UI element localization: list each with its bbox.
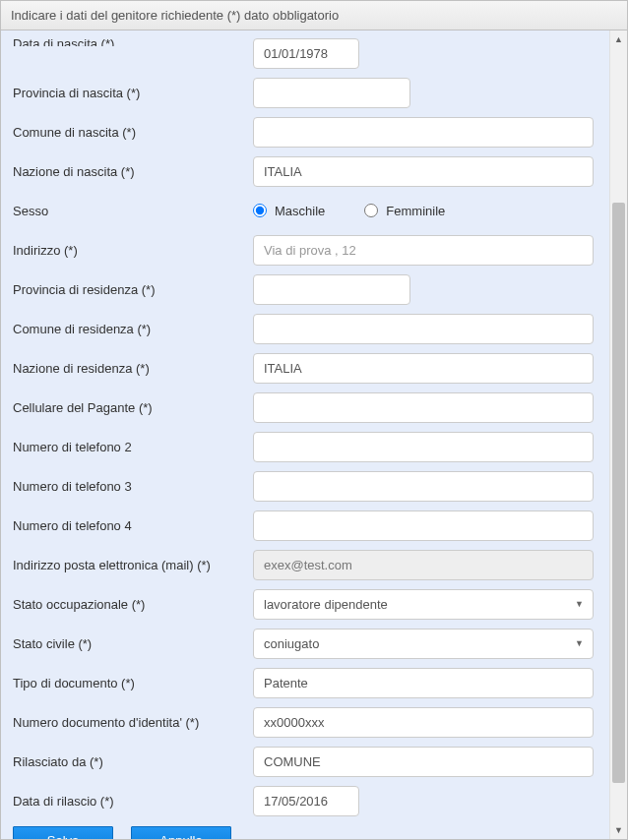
label-nazione-residenza: Nazione di residenza (*)	[9, 355, 253, 382]
row-nazione-nascita: Nazione di nascita (*)	[9, 151, 594, 191]
form-scroll-area: Data di nascita (*) Provincia di nascita…	[1, 30, 609, 839]
radio-maschile-label: Maschile	[275, 204, 325, 218]
scroll-down-icon[interactable]: ▼	[610, 821, 627, 839]
label-data-nascita: Data di nascita (*)	[9, 30, 253, 46]
input-num-doc[interactable]	[253, 707, 594, 738]
save-button[interactable]: Salva	[13, 826, 113, 839]
label-email: Indirizzo posta elettronica (mail) (*)	[9, 552, 253, 578]
scrollbar[interactable]: ▲ ▼	[609, 30, 627, 839]
label-comune-nascita: Comune di nascita (*)	[9, 119, 253, 146]
label-telefono3: Numero di telefono 3	[9, 473, 253, 500]
scroll-track[interactable]	[610, 48, 627, 821]
input-comune-residenza[interactable]	[253, 314, 594, 344]
label-sesso: Sesso	[9, 198, 253, 224]
scroll-up-icon[interactable]: ▲	[610, 30, 627, 48]
radio-femminile[interactable]: Femminile	[364, 204, 445, 218]
label-cellulare: Cellulare del Pagante (*)	[9, 394, 253, 421]
row-num-doc: Numero documento d'identita' (*)	[9, 702, 594, 742]
label-rilasciato: Rilasciato da (*)	[9, 749, 253, 775]
input-comune-nascita[interactable]	[253, 117, 594, 148]
row-provincia-nascita: Provincia di nascita (*)	[9, 73, 594, 112]
input-email	[253, 550, 594, 580]
label-stato-occ: Stato occupazionale (*)	[9, 591, 253, 618]
input-indirizzo[interactable]	[253, 235, 594, 266]
label-telefono2: Numero di telefono 2	[9, 434, 253, 460]
label-stato-civile: Stato civile (*)	[9, 630, 253, 657]
input-tipo-doc[interactable]	[253, 668, 594, 698]
row-sesso: Sesso Maschile Femminile	[9, 191, 594, 230]
select-stato-occ-wrap: lavoratore dipendente	[253, 589, 594, 620]
label-indirizzo: Indirizzo (*)	[9, 237, 253, 264]
label-comune-residenza: Comune di residenza (*)	[9, 316, 253, 342]
row-stato-occ: Stato occupazionale (*) lavoratore dipen…	[9, 584, 594, 624]
input-telefono3[interactable]	[253, 471, 594, 502]
label-telefono4: Numero di telefono 4	[9, 512, 253, 539]
row-stato-civile: Stato civile (*) coniugato	[9, 624, 594, 663]
input-provincia-residenza[interactable]	[253, 274, 410, 305]
row-telefono4: Numero di telefono 4	[9, 506, 594, 545]
select-stato-civile[interactable]: coniugato	[253, 629, 594, 659]
dialog-title: Indicare i dati del genitore richiedente…	[1, 1, 627, 30]
row-rilasciato: Rilasciato da (*)	[9, 742, 594, 781]
input-telefono4[interactable]	[253, 510, 594, 541]
row-indirizzo: Indirizzo (*)	[9, 230, 594, 270]
row-telefono3: Numero di telefono 3	[9, 466, 594, 506]
select-stato-civile-wrap: coniugato	[253, 629, 594, 659]
label-nazione-nascita: Nazione di nascita (*)	[9, 158, 253, 185]
dialog-body: Data di nascita (*) Provincia di nascita…	[1, 30, 627, 839]
input-telefono2[interactable]	[253, 432, 594, 462]
label-provincia-residenza: Provincia di residenza (*)	[9, 276, 253, 303]
radio-maschile[interactable]: Maschile	[253, 204, 325, 218]
row-telefono2: Numero di telefono 2	[9, 427, 594, 466]
radio-femminile-label: Femminile	[386, 204, 445, 218]
radio-maschile-input[interactable]	[253, 204, 267, 217]
cancel-button[interactable]: Annulla	[131, 826, 231, 839]
input-data-rilascio[interactable]	[253, 786, 359, 816]
input-nazione-residenza[interactable]	[253, 353, 594, 384]
label-provincia-nascita: Provincia di nascita (*)	[9, 80, 253, 106]
row-tipo-doc: Tipo di documento (*)	[9, 663, 594, 702]
select-stato-occ[interactable]: lavoratore dipendente	[253, 589, 594, 620]
label-num-doc: Numero documento d'identita' (*)	[9, 709, 253, 736]
label-data-rilascio: Data di rilascio (*)	[9, 788, 253, 814]
radio-group-sesso: Maschile Femminile	[253, 204, 445, 218]
input-rilasciato[interactable]	[253, 747, 594, 777]
row-email: Indirizzo posta elettronica (mail) (*)	[9, 545, 594, 584]
radio-femminile-input[interactable]	[364, 204, 378, 217]
row-data-nascita: Data di nascita (*)	[9, 38, 594, 69]
row-nazione-residenza: Nazione di residenza (*)	[9, 348, 594, 388]
input-cellulare[interactable]	[253, 392, 594, 423]
row-comune-residenza: Comune di residenza (*)	[9, 309, 594, 348]
input-provincia-nascita[interactable]	[253, 78, 410, 108]
scroll-thumb[interactable]	[612, 203, 625, 783]
row-provincia-residenza: Provincia di residenza (*)	[9, 270, 594, 309]
row-cellulare: Cellulare del Pagante (*)	[9, 388, 594, 427]
row-data-rilascio: Data di rilascio (*)	[9, 781, 594, 820]
row-comune-nascita: Comune di nascita (*)	[9, 112, 594, 151]
button-row: Salva Annulla	[9, 820, 594, 839]
label-tipo-doc: Tipo di documento (*)	[9, 670, 253, 696]
dialog: Indicare i dati del genitore richiedente…	[0, 0, 628, 840]
input-nazione-nascita[interactable]	[253, 156, 594, 187]
input-data-nascita[interactable]	[253, 38, 359, 69]
